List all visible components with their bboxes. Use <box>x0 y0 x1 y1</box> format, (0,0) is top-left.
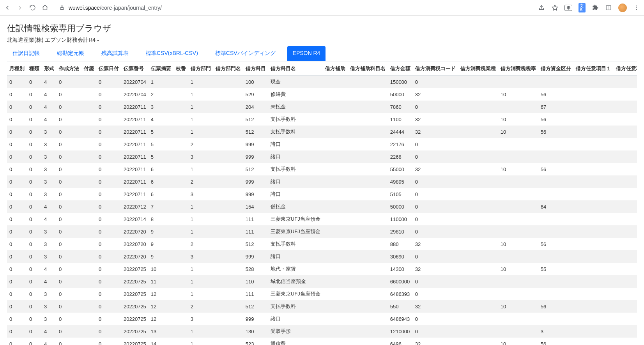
table-cell: 0 <box>413 313 458 325</box>
col-header[interactable]: 借方消費税コード <box>413 62 458 76</box>
table-cell <box>348 338 388 345</box>
side-panel-icon[interactable] <box>605 4 612 11</box>
table-row[interactable]: 003002022072093999諸口306900 <box>7 250 637 263</box>
tab-4[interactable]: 標準CSVバインディング <box>210 46 281 61</box>
table-cell: 10 <box>149 263 173 275</box>
table-scroll[interactable]: 月種別種類形式作成方法付箋伝票日付伝票番号伝票摘要枝番借方部門借方部門名借方科目… <box>7 62 637 345</box>
reload-button[interactable] <box>29 4 36 11</box>
col-header[interactable]: 伝票日付 <box>96 62 121 76</box>
install-app-icon[interactable]: ⊕ <box>564 5 572 11</box>
col-header[interactable]: 借方部門 <box>188 62 213 76</box>
home-button[interactable] <box>41 4 48 11</box>
tab-2[interactable]: 残高試算表 <box>96 46 134 61</box>
col-header[interactable]: 借方消費税業種 <box>458 62 498 76</box>
table-cell: 1 <box>188 338 213 345</box>
share-icon[interactable] <box>538 4 545 11</box>
menu-icon[interactable] <box>633 4 640 11</box>
table-cell: 0 <box>413 288 458 300</box>
dataset-dropdown[interactable]: 北海道産業(株) エプソン財務会計R4 ▾ <box>7 37 637 44</box>
table-row[interactable]: 003002022071161512支払手数料55000321056 <box>7 163 637 175</box>
col-header[interactable]: 借方消費税税率 <box>498 62 538 76</box>
table-cell <box>614 225 637 238</box>
col-header[interactable]: 伝票摘要 <box>149 62 173 76</box>
table-cell: 0 <box>96 188 121 200</box>
table-cell: 1 <box>188 288 213 300</box>
tab-5[interactable]: EPSON R4 <box>287 46 326 61</box>
table-row[interactable]: 003002022071152999諸口221760 <box>7 138 637 150</box>
table-cell <box>573 76 614 88</box>
table-cell: 0 <box>27 138 42 150</box>
table-row[interactable]: 003002022072092512支払手数料880321056 <box>7 238 637 250</box>
table-cell: 528 <box>243 263 268 275</box>
address-bar[interactable]: wuwei.space/core-japan/journal_entry/ <box>55 2 530 14</box>
translate-icon[interactable]: 文A <box>579 4 586 11</box>
table-cell: 56 <box>538 338 573 345</box>
table-cell: 880 <box>388 238 413 250</box>
table-cell <box>573 126 614 138</box>
col-header[interactable]: 伝票番号 <box>121 62 149 76</box>
col-header[interactable]: 枝番 <box>173 62 188 76</box>
table-row[interactable]: 0030020220725121111三菱東京UFJ当座預金64863930 <box>7 288 637 300</box>
table-row[interactable]: 0040020220725141523通信費6496321056 <box>7 338 637 345</box>
table-row[interactable]: 004002022071481111三菱東京UFJ当座預金1100000 <box>7 213 637 225</box>
table-cell: 10 <box>498 300 538 313</box>
table-cell: 999 <box>243 188 268 200</box>
table-row[interactable]: 003002022071151512支払手数料24444321056 <box>7 126 637 138</box>
table-cell: 0 <box>96 250 121 263</box>
table-cell: 999 <box>243 313 268 325</box>
table-cell: 0 <box>57 213 81 225</box>
col-header[interactable]: 借方補助科目名 <box>348 62 388 76</box>
table-cell <box>538 275 573 288</box>
table-row[interactable]: 0030020220725122512支払手数料550321056 <box>7 300 637 313</box>
forward-button[interactable] <box>16 4 23 11</box>
extensions-icon[interactable] <box>592 4 599 11</box>
profile-avatar[interactable] <box>618 4 627 12</box>
table-cell <box>323 263 348 275</box>
back-button[interactable] <box>4 4 11 11</box>
table-row[interactable]: 0040020220725131130受取手形121000003 <box>7 325 637 338</box>
col-header[interactable]: 借方科目名 <box>268 62 323 76</box>
table-row[interactable]: 003002022071163999諸口51050 <box>7 188 637 200</box>
col-header[interactable]: 借方補助 <box>323 62 348 76</box>
table-cell <box>498 138 538 150</box>
col-header[interactable]: 付箋 <box>81 62 96 76</box>
bookmark-star-icon[interactable] <box>551 4 558 11</box>
table-cell: 12 <box>149 313 173 325</box>
table-row[interactable]: 004002022071271154仮払金50000064 <box>7 200 637 213</box>
table-cell <box>348 188 388 200</box>
col-header[interactable]: 借方部門名 <box>213 62 243 76</box>
table-row[interactable]: 004002022070421529修繕費50000321056 <box>7 88 637 101</box>
col-header[interactable]: 借方任意項目２ <box>614 62 637 76</box>
table-row[interactable]: 004002022071141512支払手数料1100321056 <box>7 113 637 126</box>
table-row[interactable]: 0040020220725101528地代・家賃14300321055 <box>7 263 637 275</box>
col-header[interactable]: 借方任意項目１ <box>573 62 614 76</box>
table-cell <box>458 200 498 213</box>
table-cell: 0 <box>7 275 27 288</box>
table-cell: 2 <box>149 88 173 101</box>
table-row[interactable]: 0030020220725123999諸口64869430 <box>7 313 637 325</box>
table-cell: 32 <box>413 263 458 275</box>
table-cell: 0 <box>57 313 81 325</box>
table-row[interactable]: 004002022071131204未払金7860067 <box>7 101 637 113</box>
table-cell: 0 <box>96 150 121 163</box>
table-cell: 29810 <box>388 225 413 238</box>
col-header[interactable]: 借方資金区分 <box>538 62 573 76</box>
table-row[interactable]: 003002022071153999諸口22680 <box>7 150 637 163</box>
table-row[interactable]: 003002022072091111三菱東京UFJ当座預金298100 <box>7 225 637 238</box>
tab-0[interactable]: 仕訳日記帳 <box>7 46 45 61</box>
tab-1[interactable]: 総勘定元帳 <box>51 46 90 61</box>
tab-3[interactable]: 標準CSV(xBRL-CSV) <box>140 46 203 61</box>
col-header[interactable]: 種類 <box>27 62 42 76</box>
col-header[interactable]: 作成方法 <box>57 62 81 76</box>
table-row[interactable]: 004002022070411100現金1500000 <box>7 76 637 88</box>
col-header[interactable]: 借方科目 <box>243 62 268 76</box>
table-cell: 56 <box>538 88 573 101</box>
col-header[interactable]: 借方金額 <box>388 62 413 76</box>
col-header[interactable]: 月種別 <box>7 62 27 76</box>
table-row[interactable]: 0040020220725111110城北信当座預金66000000 <box>7 275 637 288</box>
table-row[interactable]: 003002022071162999諸口498950 <box>7 175 637 188</box>
col-header[interactable]: 形式 <box>42 62 57 76</box>
table-cell <box>573 175 614 188</box>
table-cell <box>173 175 188 188</box>
table-cell: 20220711 <box>121 101 149 113</box>
